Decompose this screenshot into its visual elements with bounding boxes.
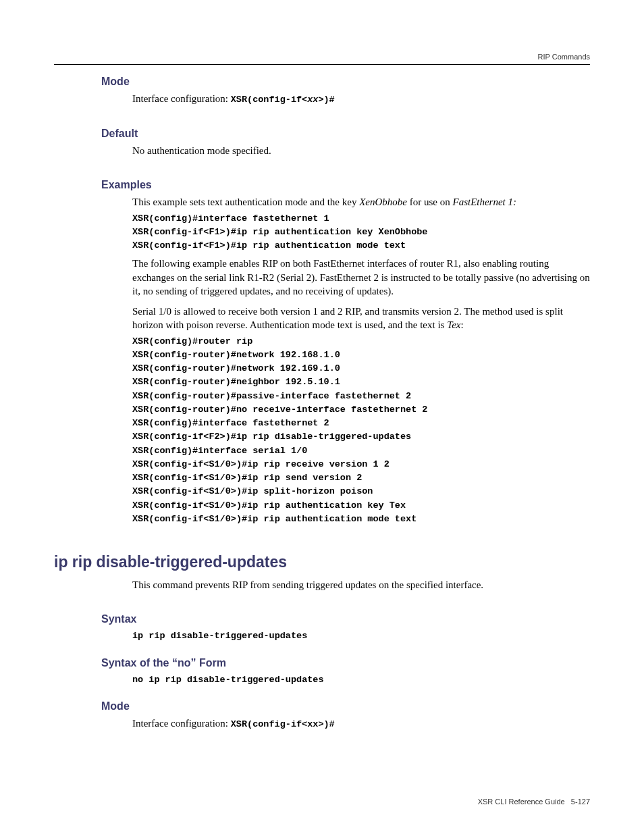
mode2-text: Interface configuration: XSR(config-if<x… [132,716,590,731]
footer-doc: XSR CLI Reference Guide [478,798,565,806]
heading-syntax-no: Syntax of the “no” Form [101,657,590,669]
syntax-no-code: no ip rip disable-triggered-updates [132,673,590,687]
content-area: Mode Interface configuration: XSR(config… [101,76,590,737]
mode2-text-prefix: Interface configuration: [132,718,231,729]
heading-mode-2: Mode [101,700,590,712]
heading-mode: Mode [101,76,590,88]
header-rule [54,64,590,65]
syntax-code: ip rip disable-triggered-updates [132,629,590,643]
examples-intro-iface: FastEthernet 1: [452,197,516,207]
examples-intro-key: XenObhobe [359,197,407,207]
mode-text-prefix: Interface configuration: [132,93,231,104]
mode-code: XSR(config-if<xx>)# [231,95,335,105]
examples-code-2: XSR(config)#router rip XSR(config-router… [132,335,590,527]
mode-code-pre: XSR(config-if< [231,95,307,105]
examples-para3: Serial 1/0 is allowed to receive both ve… [132,305,590,332]
mode2-code: XSR(config-if<xx>)# [231,719,335,729]
examples-intro-prefix: This example sets text authentication mo… [132,197,359,207]
examples-para2: The following example enables RIP on bot… [132,257,590,298]
examples-para3-prefix: Serial 1/0 is allowed to receive both ve… [132,306,563,330]
mode-text: Interface configuration: XSR(config-if<x… [132,92,590,106]
mode-code-suf: >)# [318,95,334,105]
heading-syntax: Syntax [101,613,590,625]
command-desc: This command prevents RIP from sending t… [132,578,590,592]
footer-page: 5-127 [571,798,590,806]
mode-code-var: xx [307,95,318,105]
examples-intro: This example sets text authentication mo… [132,195,590,209]
examples-intro-mid: for use on [407,197,453,207]
examples-code-1: XSR(config)#interface fastethernet 1 XSR… [132,212,590,253]
default-text: No authentication mode specified. [132,144,590,157]
footer: XSR CLI Reference Guide 5-127 [478,798,590,806]
heading-examples: Examples [101,179,590,191]
command-title: ip rip disable-triggered-updates [54,553,590,571]
heading-default: Default [101,128,590,140]
examples-para3-suffix: : [460,319,463,330]
page: RIP Commands Mode Interface configuratio… [0,0,644,834]
header-category: RIP Commands [538,53,590,61]
examples-para3-em: Tex [447,319,460,330]
